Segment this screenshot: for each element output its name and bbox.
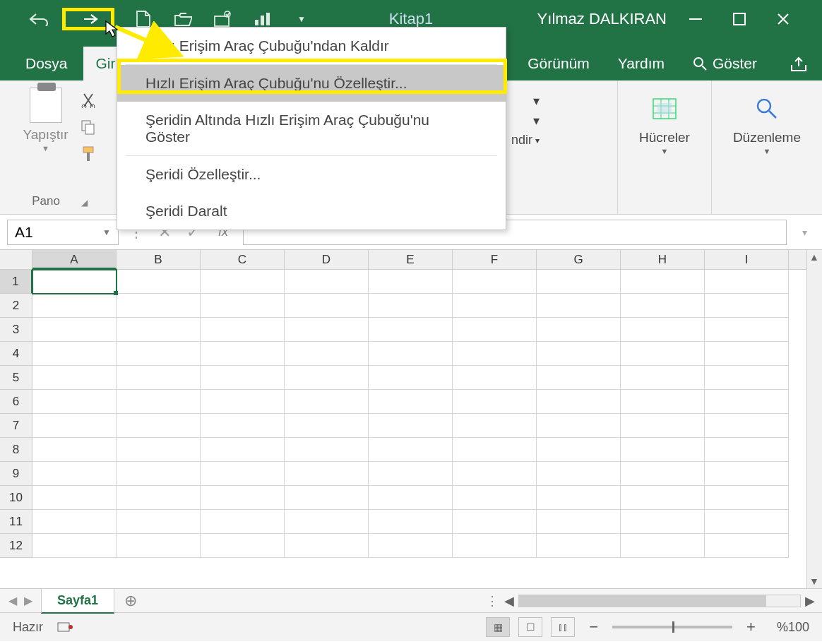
row-header[interactable]: 5 [0, 366, 32, 390]
select-all-corner[interactable] [0, 250, 32, 269]
cell[interactable] [32, 510, 117, 534]
cell[interactable] [369, 510, 453, 534]
cell[interactable] [453, 270, 537, 294]
cell[interactable] [369, 462, 453, 486]
cut-icon[interactable] [80, 92, 97, 109]
cell[interactable] [537, 510, 621, 534]
cell[interactable] [621, 294, 705, 318]
cell[interactable] [705, 534, 789, 558]
hscroll-left-icon[interactable]: ◀ [504, 593, 514, 609]
row-header[interactable]: 7 [0, 414, 32, 438]
view-pagebreak-button[interactable]: ⫿⫿ [551, 617, 575, 637]
cell[interactable] [285, 342, 369, 366]
cells-button[interactable]: Hücreler ▼ [628, 88, 701, 155]
cell[interactable] [537, 342, 621, 366]
view-normal-button[interactable]: ▦ [486, 617, 510, 637]
cell[interactable] [117, 366, 201, 390]
row-header[interactable]: 4 [0, 342, 32, 366]
cell[interactable] [537, 366, 621, 390]
cell[interactable] [32, 294, 117, 318]
dialog-launcher-icon[interactable]: ◢ [81, 198, 88, 208]
cell[interactable] [32, 390, 117, 414]
cell[interactable] [453, 534, 537, 558]
cell[interactable] [201, 414, 285, 438]
cell[interactable] [621, 462, 705, 486]
cell[interactable] [621, 510, 705, 534]
cell[interactable] [201, 318, 285, 342]
cell[interactable] [285, 390, 369, 414]
cell[interactable] [621, 438, 705, 462]
cell[interactable] [621, 270, 705, 294]
cell[interactable] [32, 414, 117, 438]
scroll-down-icon[interactable]: ▼ [809, 576, 819, 587]
col-header-C[interactable]: C [201, 250, 285, 269]
cell[interactable] [537, 534, 621, 558]
cell[interactable] [117, 534, 201, 558]
minimize-button[interactable] [678, 0, 713, 38]
cell[interactable] [32, 438, 117, 462]
cell[interactable] [117, 438, 201, 462]
cell[interactable] [117, 390, 201, 414]
cell[interactable] [705, 366, 789, 390]
undo-icon[interactable] [28, 8, 49, 30]
col-header-G[interactable]: G [537, 250, 621, 269]
zoom-value[interactable]: %100 [770, 620, 809, 635]
cell[interactable] [537, 486, 621, 510]
cell[interactable] [705, 342, 789, 366]
cell[interactable] [705, 318, 789, 342]
col-header-A[interactable]: A [32, 250, 117, 269]
cell[interactable] [621, 390, 705, 414]
cell[interactable] [201, 390, 285, 414]
cell[interactable] [453, 414, 537, 438]
cell[interactable] [117, 414, 201, 438]
zoom-out-button[interactable]: − [583, 618, 604, 636]
cell[interactable] [453, 462, 537, 486]
col-header-H[interactable]: H [621, 250, 705, 269]
tab-tellme[interactable]: Göster [680, 47, 770, 80]
row-header[interactable]: 12 [0, 534, 32, 558]
cell[interactable] [201, 510, 285, 534]
cell[interactable] [117, 462, 201, 486]
context-customize-ribbon[interactable]: Şeridi Özelleştir... [117, 156, 506, 193]
cell[interactable] [705, 438, 789, 462]
cell[interactable] [369, 390, 453, 414]
row-header[interactable]: 11 [0, 510, 32, 534]
cell[interactable] [369, 486, 453, 510]
cell[interactable] [285, 414, 369, 438]
cell[interactable] [32, 462, 117, 486]
cell[interactable] [537, 294, 621, 318]
spreadsheet-grid[interactable]: A B C D E F G H I 1 2 3 4 5 6 7 8 9 10 1… [0, 250, 822, 589]
cell[interactable] [285, 294, 369, 318]
cell[interactable] [453, 486, 537, 510]
cell[interactable] [369, 534, 453, 558]
cell[interactable] [201, 462, 285, 486]
cell-A1[interactable] [32, 270, 117, 294]
cell[interactable] [705, 270, 789, 294]
cell[interactable] [285, 438, 369, 462]
cell[interactable] [32, 366, 117, 390]
partial-dropdown-2[interactable]: ▾ [533, 113, 540, 129]
tab-file[interactable]: Dosya [13, 47, 81, 80]
cell[interactable] [705, 390, 789, 414]
hscroll-right-icon[interactable]: ▶ [805, 593, 815, 609]
cell[interactable] [201, 534, 285, 558]
cell[interactable] [537, 318, 621, 342]
expand-formula-icon[interactable]: ▾ [794, 227, 815, 238]
row-header[interactable]: 6 [0, 390, 32, 414]
scroll-up-icon[interactable]: ▲ [809, 251, 819, 263]
view-pagelayout-button[interactable]: ☐ [518, 617, 542, 637]
cell[interactable] [537, 438, 621, 462]
add-sheet-button[interactable]: ⊕ [114, 592, 147, 610]
cell[interactable] [32, 342, 117, 366]
cell[interactable] [201, 366, 285, 390]
cell[interactable] [453, 390, 537, 414]
cell[interactable] [117, 270, 201, 294]
cell[interactable] [537, 414, 621, 438]
cell[interactable] [705, 510, 789, 534]
maximize-button[interactable] [722, 0, 757, 38]
col-header-F[interactable]: F [453, 250, 537, 269]
cell[interactable] [453, 342, 537, 366]
cell[interactable] [537, 390, 621, 414]
cell[interactable] [705, 462, 789, 486]
cell[interactable] [621, 486, 705, 510]
